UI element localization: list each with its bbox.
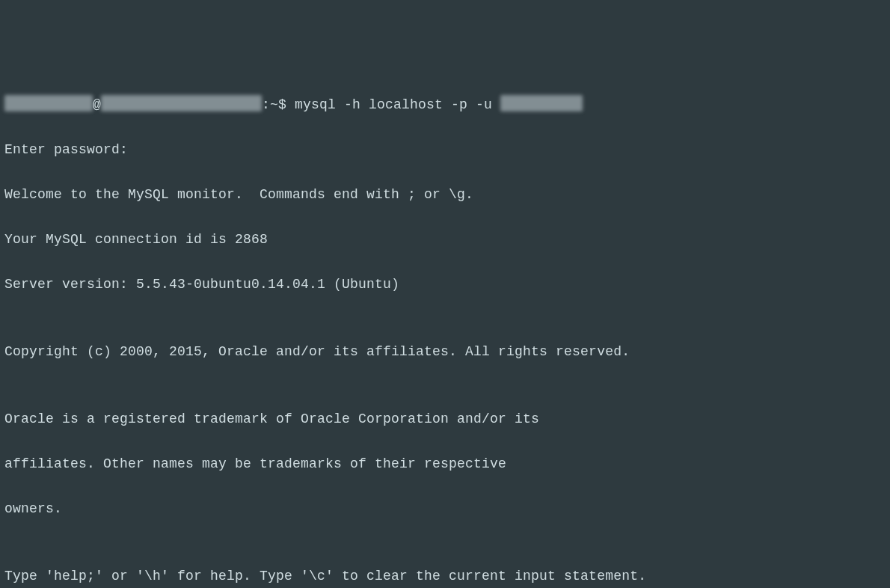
redacted-user xyxy=(4,95,93,111)
trademark-line: Oracle is a registered trademark of Orac… xyxy=(4,408,886,430)
welcome-line: Welcome to the MySQL monitor. Commands e… xyxy=(4,183,886,206)
redacted-arg xyxy=(500,95,583,111)
connection-id-line: Your MySQL connection id is 2868 xyxy=(4,228,886,251)
shell-prompt-line[interactable]: @:~$ mysql -h localhost -p -u xyxy=(4,94,886,116)
at-symbol: @ xyxy=(93,97,101,112)
mysql-command: mysql -h localhost -p -u xyxy=(295,97,500,112)
server-version-line: Server version: 5.5.43-0ubuntu0.14.04.1 … xyxy=(4,273,886,295)
shell-indicator: :~$ xyxy=(262,97,295,112)
trademark-line: owners. xyxy=(4,497,886,520)
help-line: Type 'help;' or '\h' for help. Type '\c'… xyxy=(4,565,886,587)
redacted-host xyxy=(101,95,262,111)
trademark-line: affiliates. Other names may be trademark… xyxy=(4,453,886,475)
copyright-line: Copyright (c) 2000, 2015, Oracle and/or … xyxy=(4,340,886,363)
password-prompt: Enter password: xyxy=(4,138,886,161)
